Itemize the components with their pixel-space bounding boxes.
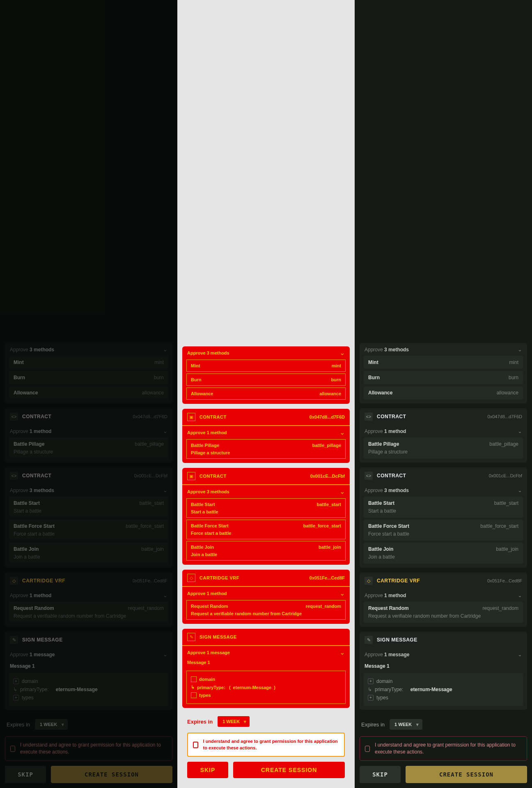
method-item: Mintmint [186, 360, 346, 372]
sign-message-title: SIGN MESSAGE [377, 637, 522, 643]
approve-row[interactable]: Approve 3 methods ⌄ [182, 485, 350, 498]
expires-label: Expires in [187, 719, 213, 725]
arrow-icon: ↳ [13, 687, 17, 692]
message-title: Message 1 [182, 659, 350, 668]
expires-select[interactable]: 1 WEEK [390, 719, 422, 730]
expand-icon[interactable]: + [368, 695, 374, 701]
contract-card: ▣ CONTRACT 0x047d8...d7F6D Approve 1 met… [182, 409, 350, 463]
code-icon: <> [10, 472, 18, 480]
chevron-down-icon: ⌄ [163, 346, 167, 353]
agree-text: I understand and agree to grant permissi… [203, 738, 339, 751]
method-item: Burnburn [9, 371, 168, 384]
contract-title: CONTRACT [22, 414, 129, 419]
chevron-down-icon: ⌄ [340, 429, 345, 436]
expires-select[interactable]: 1 WEEK [35, 719, 68, 730]
vrf-card: ◇ CARTRIDGE VRF 0x051Fe...Ced8F Approve … [360, 573, 527, 627]
expand-icon[interactable] [191, 676, 197, 682]
contract-address: 0x051Fe...Ced8F [310, 575, 345, 580]
vrf-title: CARTRIDGE VRF [22, 578, 128, 584]
chevron-down-icon: ⌄ [518, 428, 522, 434]
skip-button[interactable]: SKIP [360, 766, 401, 783]
code-icon: <> [365, 412, 373, 421]
approve-row[interactable]: Approve 1 message ⌄ [182, 646, 350, 659]
approve-row[interactable]: Approve 1 method ⌄ [182, 587, 350, 600]
create-session-button[interactable]: CREATE SESSION [51, 766, 172, 783]
sign-message-title: SIGN MESSAGE [200, 635, 345, 639]
contract-address: 0x047d8...d7F6D [133, 414, 167, 419]
contract-card: <> CONTRACT 0x001cE...DcFbf Approve 3 me… [5, 467, 172, 568]
chevron-down-icon: ⌄ [518, 651, 522, 657]
chevron-down-icon: ⌄ [518, 487, 522, 493]
contract-address: 0x047d8...d7F6D [488, 414, 522, 419]
vrf-card: ◇ CARTRIDGE VRF 0x051Fe...Ced8F Approve … [182, 570, 350, 624]
contract-card: ▣ CONTRACT 0x001cE...DcFbf Approve 3 met… [182, 468, 350, 565]
expand-icon[interactable]: + [13, 695, 19, 701]
approve-row[interactable]: Approve 1 message ⌄ [5, 648, 172, 661]
approve-row[interactable]: Approve 1 message ⌄ [360, 648, 527, 661]
contract-address: 0x051Fe...Ced8F [487, 578, 522, 583]
agree-box[interactable]: I understand and agree to grant permissi… [5, 736, 172, 761]
top-methods-card: Approve 3 methods ⌄ Mintmint Burnburn Al… [360, 343, 527, 403]
contract-address: 0x001cE...DcFbf [489, 473, 522, 478]
skip-button[interactable]: SKIP [5, 766, 46, 783]
approve-row[interactable]: Approve 1 method ⌄ [360, 425, 527, 438]
contract-card: <> CONTRACT 0x047d8...d7F6D Approve 1 me… [5, 408, 172, 463]
method-item: Battle Startbattle_start Start a battle [9, 497, 168, 518]
sign-message-card: ✎ SIGN MESSAGE Approve 1 message ⌄ Messa… [360, 632, 527, 710]
expires-row: Expires in 1 WEEK [182, 713, 350, 733]
agree-box[interactable]: I understand and agree to grant permissi… [360, 736, 527, 761]
method-item: Battle Joinbattle_join Join a battle [9, 543, 168, 564]
sign-message-card: ✎ SIGN MESSAGE Approve 1 message ⌄ Messa… [182, 629, 350, 708]
approve-row[interactable]: Approve 1 method ⌄ [360, 589, 527, 602]
expand-icon[interactable] [191, 692, 197, 698]
approve-row[interactable]: Approve 3 methods ⌄ [5, 484, 172, 497]
expires-row: Expires in 1 WEEK [5, 715, 172, 736]
method-item: Request Randomrequest_random Request a v… [364, 602, 523, 623]
method-item: Request Randomrequest_random Request a v… [186, 600, 346, 620]
method-item: Allowanceallowance [364, 386, 523, 399]
contract-title: CONTRACT [22, 473, 130, 479]
agree-box[interactable]: I understand and agree to grant permissi… [187, 733, 345, 757]
contract-address: 0x001cE...DcFbf [134, 473, 167, 478]
approve-row[interactable]: Approve 3 methods ⌄ [360, 484, 527, 497]
method-item: Mintmint [9, 356, 168, 369]
chevron-down-icon: ⌄ [340, 590, 345, 597]
approve-row[interactable]: Approve 3 methods ⌄ [5, 343, 172, 356]
approve-row[interactable]: Approve 1 method ⌄ [5, 425, 172, 438]
method-item: Burnburn [364, 371, 523, 384]
method-item: Battle Pillagebattle_pillage Pillage a s… [364, 438, 523, 458]
chevron-down-icon: ⌄ [518, 592, 522, 598]
skip-button[interactable]: SKIP [187, 762, 228, 778]
shield-icon: ◇ [10, 577, 18, 585]
arrow-icon: ↳ [368, 687, 372, 692]
message-tree: +domain ↳primaryType: eternum-Message +t… [9, 673, 168, 706]
chevron-down-icon: ⌄ [340, 488, 345, 495]
top-methods-card: Approve 3 methods ⌄ Mintmint Burnburn Al… [182, 346, 350, 404]
expand-icon[interactable]: + [368, 678, 374, 684]
contract-title: CONTRACT [377, 473, 485, 479]
contract-address: 0x051Fe...Ced8F [133, 578, 167, 583]
expires-row: Expires in 1 WEEK [360, 715, 527, 736]
approve-row[interactable]: Approve 3 methods ⌄ [182, 346, 350, 360]
create-session-button[interactable]: CREATE SESSION [406, 766, 527, 783]
approve-row[interactable]: Approve 1 method ⌄ [5, 589, 172, 602]
agree-checkbox[interactable] [193, 742, 198, 748]
method-item: Battle Force Startbattle_force_start For… [364, 520, 523, 541]
agree-checkbox[interactable] [365, 746, 370, 752]
arrow-icon: ↳ [191, 685, 195, 690]
agree-checkbox[interactable] [10, 746, 15, 752]
method-item: Request Randomrequest_random Request a v… [9, 602, 168, 623]
expires-label: Expires in [361, 722, 385, 728]
approve-row[interactable]: Approve 1 method ⌄ [182, 426, 350, 439]
approve-row[interactable]: Approve 3 methods ⌄ [360, 343, 527, 356]
expires-select[interactable]: 1 WEEK [218, 716, 250, 727]
contract-card: <> CONTRACT 0x047d8...d7F6D Approve 1 me… [360, 408, 527, 463]
create-session-button[interactable]: CREATE SESSION [233, 762, 345, 778]
pencil-icon: ✎ [187, 633, 195, 641]
pencil-icon: ✎ [10, 636, 18, 644]
code-icon: <> [365, 472, 373, 480]
expand-icon[interactable]: + [13, 678, 19, 684]
sign-message-title: SIGN MESSAGE [22, 637, 167, 643]
chevron-down-icon: ⌄ [340, 649, 345, 656]
expires-label: Expires in [7, 722, 30, 728]
